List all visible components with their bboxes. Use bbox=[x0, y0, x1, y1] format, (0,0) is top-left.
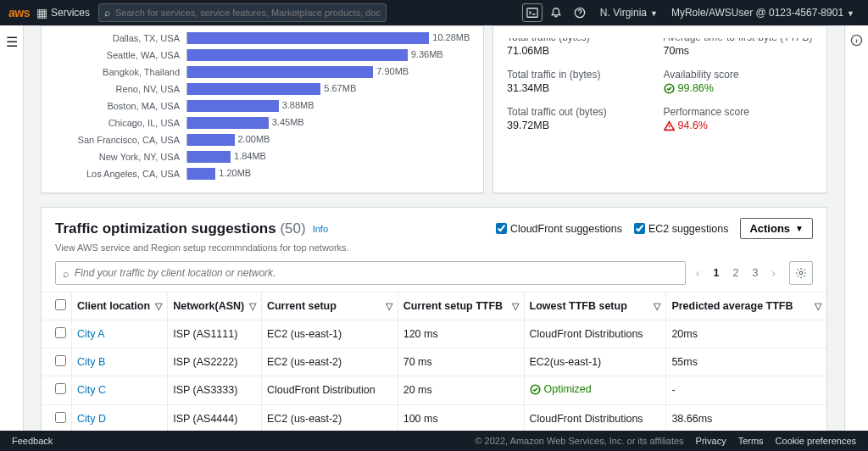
page-1[interactable]: 1 bbox=[709, 265, 722, 281]
kpi-traffic-out-label: Total traffic out (bytes) bbox=[507, 106, 657, 118]
cell-current-ttfb: 20 ms bbox=[398, 376, 524, 405]
optimized-badge: Optimized bbox=[530, 383, 592, 395]
cell-lowest: Optimized bbox=[524, 376, 666, 405]
page-prev-icon[interactable]: ‹ bbox=[693, 264, 704, 281]
cell-network: ISP (AS2222) bbox=[168, 348, 262, 376]
chart-bar-row: Bangkok, Thailand 7.90MB bbox=[55, 64, 470, 81]
col-lowest[interactable]: Lowest TTFB setup▽ bbox=[524, 292, 666, 320]
cell-current-ttfb: 120 ms bbox=[398, 320, 524, 348]
global-header: aws ▦ Services ⌕ N. Virginia▼ MyRole/AWS… bbox=[0, 0, 868, 25]
sort-icon: ▽ bbox=[815, 301, 821, 312]
panel-subtitle: View AWS service and Region setup recomm… bbox=[42, 242, 826, 261]
cell-network: ISP (AS4444) bbox=[168, 404, 262, 431]
select-all-checkbox[interactable] bbox=[55, 299, 66, 310]
account-menu[interactable]: MyRole/AWSUser @ 0123-4567-8901▼ bbox=[666, 7, 860, 19]
panel-title: Traffic optimization suggestions (50) bbox=[55, 220, 306, 237]
search-icon: ⌕ bbox=[63, 267, 70, 280]
info-panel-icon[interactable] bbox=[850, 34, 863, 431]
client-link[interactable]: City A bbox=[77, 328, 105, 340]
chart-label: New York, NY, USA bbox=[55, 152, 186, 162]
client-link[interactable]: City B bbox=[77, 356, 105, 368]
chart-bar-row: New York, NY, USA 1.84MB bbox=[55, 148, 470, 165]
ec2-suggestions-checkbox[interactable]: EC2 suggestions bbox=[634, 223, 729, 235]
col-client[interactable]: Client location▽ bbox=[72, 292, 168, 320]
sort-icon: ▽ bbox=[654, 301, 660, 312]
sort-icon: ▽ bbox=[512, 301, 519, 312]
page-next-icon[interactable]: › bbox=[768, 264, 779, 281]
ec2-checkbox-input[interactable] bbox=[634, 223, 645, 234]
services-menu[interactable]: Services bbox=[51, 7, 90, 19]
info-link[interactable]: Info bbox=[313, 224, 328, 234]
sort-icon: ▽ bbox=[249, 301, 256, 312]
sort-icon: ▽ bbox=[386, 301, 392, 312]
services-grid-icon[interactable]: ▦ bbox=[36, 6, 47, 19]
cell-predicted: - bbox=[666, 376, 826, 405]
feedback-link[interactable]: Feedback bbox=[12, 436, 53, 446]
privacy-link[interactable]: Privacy bbox=[696, 436, 726, 446]
sort-icon: ▽ bbox=[155, 301, 162, 312]
global-search[interactable]: ⌕ bbox=[98, 3, 387, 22]
cookie-link[interactable]: Cookie preferences bbox=[776, 436, 856, 446]
col-current[interactable]: Current setup▽ bbox=[261, 292, 398, 320]
notifications-icon[interactable] bbox=[546, 3, 566, 22]
col-current-ttfb[interactable]: Current setup TTFB▽ bbox=[398, 292, 524, 320]
cloudfront-suggestions-checkbox[interactable]: CloudFront suggestions bbox=[496, 223, 622, 235]
actions-button[interactable]: Actions ▼ bbox=[740, 218, 813, 239]
kpi-performance-label: Performance score bbox=[664, 106, 814, 118]
svg-rect-0 bbox=[527, 8, 537, 18]
left-rail: ☰ bbox=[0, 25, 24, 431]
table-row: City B ISP (AS2222) EC2 (us-east-2) 70 m… bbox=[42, 348, 826, 376]
table-settings-button[interactable] bbox=[789, 261, 813, 285]
cloudfront-checkbox-input[interactable] bbox=[496, 223, 507, 234]
client-link[interactable]: City D bbox=[77, 413, 106, 425]
cell-current: EC2 (us-east-1) bbox=[261, 320, 398, 348]
chart-bar-row: Boston, MA, USA 3.88MB bbox=[55, 97, 470, 114]
chart-label: Reno, NV, USA bbox=[55, 84, 186, 94]
row-checkbox[interactable] bbox=[55, 355, 66, 366]
cell-current-ttfb: 70 ms bbox=[398, 348, 524, 376]
cell-lowest: EC2(us-east-1) bbox=[524, 348, 666, 376]
kpi-availability-value: 99.86% bbox=[664, 82, 814, 94]
kpi-traffic-in-label: Total traffic in (bytes) bbox=[507, 69, 657, 81]
search-icon: ⌕ bbox=[104, 7, 110, 19]
svg-point-3 bbox=[799, 271, 803, 275]
pagination: ‹ 1 2 3 › bbox=[693, 264, 779, 281]
help-icon[interactable] bbox=[570, 3, 590, 22]
terms-link[interactable]: Terms bbox=[738, 436, 764, 446]
col-predicted[interactable]: Predicted average TTFB▽ bbox=[666, 292, 826, 320]
cell-network: ISP (AS1111) bbox=[168, 320, 262, 348]
chart-bar-row: Seattle, WA, USA 9.36MB bbox=[55, 47, 470, 64]
chart-label: Seattle, WA, USA bbox=[55, 50, 186, 60]
cloudshell-icon[interactable] bbox=[522, 3, 542, 22]
cell-current: EC2 (us-east-2) bbox=[261, 348, 398, 376]
chart-label: Dallas, TX, USA bbox=[55, 33, 186, 43]
table-row: City A ISP (AS1111) EC2 (us-east-1) 120 … bbox=[42, 320, 826, 348]
chart-label: Los Angeles, CA, USA bbox=[55, 169, 186, 179]
filter-input[interactable] bbox=[75, 267, 678, 279]
cell-predicted: 38.66ms bbox=[666, 404, 826, 431]
page-2[interactable]: 2 bbox=[729, 265, 742, 281]
row-checkbox[interactable] bbox=[55, 327, 66, 338]
chart-label: Chicago, IL, USA bbox=[55, 118, 186, 128]
nav-toggle-icon[interactable]: ☰ bbox=[6, 34, 18, 431]
right-rail bbox=[844, 25, 868, 431]
traffic-chart-card: Dallas, TX, USA 10.28MBSeattle, WA, USA … bbox=[41, 25, 484, 193]
table-row: City D ISP (AS4444) EC2 (us-east-2) 100 … bbox=[42, 404, 826, 431]
copyright: © 2022, Amazon Web Services, Inc. or its… bbox=[475, 436, 683, 446]
chart-label: San Francisco, CA, USA bbox=[55, 135, 186, 145]
col-network[interactable]: Network(ASN)▽ bbox=[168, 292, 262, 320]
cell-predicted: 20ms bbox=[666, 320, 826, 348]
kpi-card: Total traffic (bytes) 71.06MB Average ti… bbox=[492, 25, 827, 193]
filter-input-wrapper[interactable]: ⌕ bbox=[55, 261, 686, 285]
row-checkbox[interactable] bbox=[55, 412, 66, 423]
row-checkbox[interactable] bbox=[55, 383, 66, 394]
kpi-traffic-in-value: 31.34MB bbox=[507, 82, 657, 94]
chart-bar-row: San Francisco, CA, USA 2.00MB bbox=[55, 131, 470, 148]
page-3[interactable]: 3 bbox=[748, 265, 761, 281]
region-selector[interactable]: N. Virginia▼ bbox=[592, 7, 666, 19]
aws-logo[interactable]: aws bbox=[8, 6, 30, 19]
search-input[interactable] bbox=[115, 8, 381, 18]
chevron-down-icon: ▼ bbox=[795, 224, 804, 233]
footer: Feedback © 2022, Amazon Web Services, In… bbox=[0, 431, 868, 451]
client-link[interactable]: City C bbox=[77, 384, 106, 396]
